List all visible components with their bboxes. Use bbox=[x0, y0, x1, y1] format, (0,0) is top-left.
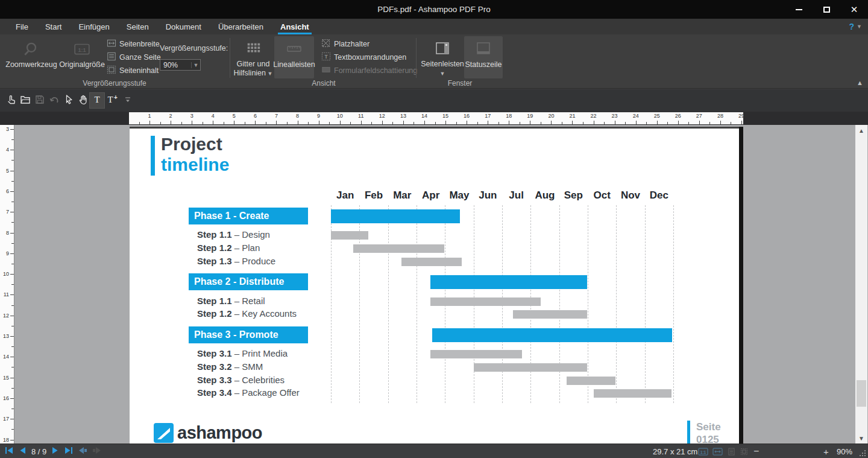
hruler-tick bbox=[572, 121, 573, 124]
scroll-up-button[interactable]: ▲ bbox=[855, 125, 867, 136]
last-page-button[interactable] bbox=[64, 447, 73, 456]
whole-page-button[interactable]: Ganze Seite bbox=[107, 51, 161, 63]
resize-grip-icon[interactable] bbox=[860, 450, 866, 456]
sidebars-button[interactable]: Seitenleisten▼ bbox=[422, 36, 463, 78]
gantt-month-label: Feb bbox=[359, 189, 388, 202]
page-width-button[interactable]: Seitenbreite bbox=[107, 38, 160, 50]
vruler-tick bbox=[11, 202, 14, 202]
hruler-tick bbox=[646, 122, 647, 124]
scrollbar-thumb[interactable] bbox=[857, 380, 866, 407]
maximize-button[interactable] bbox=[813, 0, 840, 19]
vruler-tick bbox=[10, 294, 14, 295]
zoom-tool-button[interactable]: Zoomwerkzeug bbox=[5, 36, 58, 78]
grid-icon bbox=[245, 37, 261, 60]
hruler-number: 8 bbox=[293, 113, 303, 119]
gantt-phase-bar bbox=[430, 275, 587, 289]
hruler-tick bbox=[149, 121, 150, 124]
chevron-down-icon: ▼ bbox=[857, 24, 862, 30]
help-button[interactable]: ? ▼ bbox=[849, 22, 862, 31]
hruler-tick bbox=[403, 121, 404, 124]
previous-page-button[interactable] bbox=[19, 447, 27, 456]
footer-page-accent-bar bbox=[687, 421, 690, 444]
toolbar-overflow-button[interactable] bbox=[120, 92, 136, 109]
menu-einfgen[interactable]: Einfügen bbox=[70, 19, 118, 34]
vertical-ruler: 3456789101112131415161718 bbox=[0, 125, 14, 444]
footer-brand: ashampoo bbox=[154, 423, 262, 443]
menu-berarbeiten[interactable]: Überarbeiten bbox=[210, 19, 272, 34]
hruler-tick bbox=[181, 122, 182, 124]
save-button[interactable] bbox=[32, 92, 48, 109]
hruler-tick bbox=[625, 122, 626, 124]
vruler-number: 15 bbox=[0, 375, 9, 381]
ruler-icon bbox=[286, 37, 303, 60]
hruler-number: 3 bbox=[187, 113, 197, 119]
status-original-size-button[interactable]: 1:1 bbox=[698, 444, 708, 458]
hruler-tick bbox=[699, 121, 700, 124]
menu-file[interactable]: File bbox=[7, 19, 37, 34]
minimize-button[interactable] bbox=[785, 0, 813, 19]
vertical-scrollbar[interactable]: ▲ ▼ bbox=[855, 125, 867, 444]
gantt-month-label: Oct bbox=[588, 189, 616, 202]
page-content-button[interactable]: Seiteninhalt bbox=[107, 65, 159, 77]
touch-tool-button[interactable] bbox=[3, 92, 19, 109]
undo-button[interactable] bbox=[46, 92, 62, 109]
gantt-month-label: Jan bbox=[331, 189, 359, 202]
scroll-down-button[interactable]: ▼ bbox=[855, 433, 867, 444]
gantt-phase-header: Phase 3 - Promote bbox=[189, 326, 308, 343]
hruler-tick bbox=[562, 122, 562, 124]
gantt-phase-bar bbox=[331, 209, 460, 223]
hruler-number: 2 bbox=[166, 113, 175, 119]
ribbon-collapse-button[interactable]: ▲ bbox=[857, 79, 863, 86]
whole-page-icon bbox=[728, 448, 735, 456]
vruler-number: 4 bbox=[0, 147, 9, 153]
vruler-tick bbox=[11, 367, 14, 367]
ribbon: Zoomwerkzeug 1:1 Originalgröße Seitenbre… bbox=[0, 34, 868, 89]
original-size-button[interactable]: 1:1 Originalgröße bbox=[58, 36, 105, 78]
status-line-button[interactable]: Statuszeile bbox=[464, 36, 503, 78]
vruler-tick bbox=[10, 129, 14, 130]
zoom-level-combobox[interactable]: 90% ▼ bbox=[160, 59, 201, 71]
menu-ansicht[interactable]: Ansicht bbox=[272, 19, 318, 34]
hruler-tick bbox=[424, 121, 425, 124]
select-tool-button[interactable] bbox=[61, 92, 77, 109]
menu-seiten[interactable]: Seiten bbox=[118, 19, 157, 34]
first-page-button[interactable] bbox=[5, 447, 14, 456]
hruler-tick bbox=[392, 122, 393, 124]
gantt-step-bar bbox=[430, 297, 541, 306]
menu-start[interactable]: Start bbox=[37, 19, 70, 34]
text-tool-button[interactable]: T bbox=[89, 92, 105, 109]
hruler-number: 10 bbox=[335, 113, 345, 119]
hruler-tick bbox=[192, 121, 192, 124]
status-page-content-button[interactable] bbox=[740, 444, 748, 458]
zoom-in-button[interactable]: + bbox=[823, 444, 829, 458]
vruler-tick bbox=[10, 212, 14, 212]
form-field-shading-icon bbox=[321, 65, 331, 77]
next-view-button[interactable] bbox=[92, 447, 102, 456]
close-button[interactable]: ✕ bbox=[840, 0, 868, 19]
vruler-tick bbox=[11, 326, 14, 326]
add-text-button[interactable]: T+ bbox=[104, 92, 120, 109]
pdf-page: ProjecttimelineJanFebMarAprMayJunJulAugS… bbox=[130, 127, 739, 444]
zoom-out-button[interactable]: − bbox=[753, 444, 759, 458]
placeholders-button[interactable]: Platzhalter bbox=[321, 38, 370, 50]
grid-guides-button[interactable]: Gitter und Hilfslinien ▼ bbox=[233, 36, 273, 78]
hruler-number: 22 bbox=[589, 113, 599, 119]
hruler-tick bbox=[636, 121, 637, 124]
gantt-gridline bbox=[388, 205, 389, 403]
next-page-button[interactable] bbox=[51, 447, 59, 456]
hruler-tick bbox=[583, 122, 583, 124]
ribbon-separator bbox=[230, 38, 230, 78]
hruler-tick bbox=[678, 121, 679, 124]
textbox-borders-button[interactable]: T Textboxumrandungen bbox=[321, 51, 406, 63]
vruler-number: 9 bbox=[0, 250, 9, 256]
hruler-number: 4 bbox=[208, 113, 218, 119]
previous-view-button[interactable] bbox=[78, 447, 87, 456]
hruler-tick bbox=[224, 122, 224, 124]
vruler-tick bbox=[10, 378, 14, 378]
menu-dokument[interactable]: Dokument bbox=[157, 19, 210, 34]
open-file-button[interactable] bbox=[17, 92, 33, 109]
status-whole-page-button[interactable] bbox=[728, 444, 735, 458]
rulers-button[interactable]: Linealleisten bbox=[274, 36, 314, 78]
gantt-step-bar bbox=[567, 377, 615, 385]
status-fit-width-button[interactable] bbox=[712, 444, 723, 458]
